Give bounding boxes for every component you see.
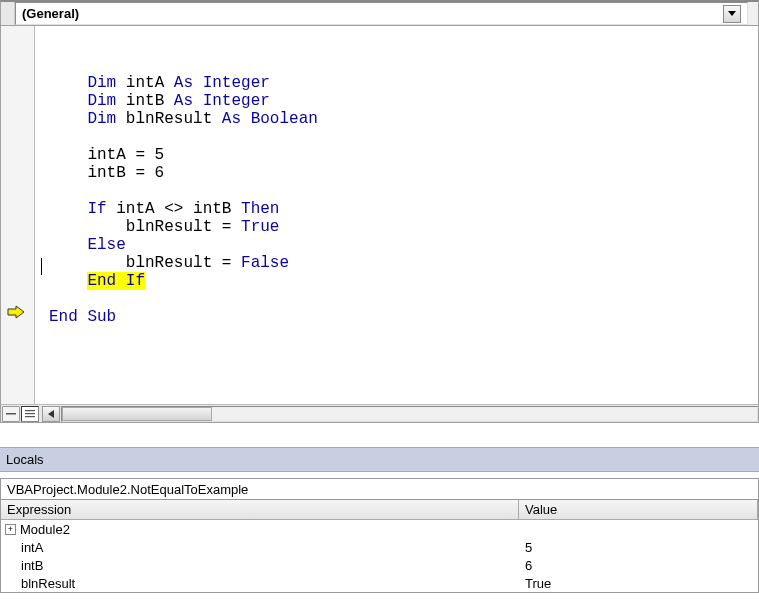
expr-name: Module2 (20, 522, 70, 537)
locals-row[interactable]: intA 5 (1, 538, 758, 556)
svg-rect-3 (25, 416, 35, 417)
locals-row[interactable]: blnResult True (1, 574, 758, 592)
locals-title: Locals (0, 448, 759, 472)
locals-table: Expression Value + Module2 intA 5 intB 6… (0, 500, 759, 593)
chevron-left-icon (48, 410, 54, 418)
column-header-value[interactable]: Value (519, 500, 758, 520)
horizontal-scrollbar[interactable] (61, 406, 758, 422)
expr-name: intA (21, 540, 43, 555)
code-editor[interactable]: Dim intA As Integer Dim intB As Integer … (1, 26, 758, 404)
object-dropdown-bar: (General) (1, 2, 758, 26)
object-dropdown-label: (General) (22, 6, 79, 21)
locals-panel: Locals VBAProject.Module2.NotEqualToExam… (0, 447, 759, 593)
expr-value: 6 (519, 558, 758, 573)
expr-value: 5 (519, 540, 758, 555)
procedure-view-button[interactable] (2, 406, 20, 422)
locals-context: VBAProject.Module2.NotEqualToExample (0, 478, 759, 500)
scrollbar-thumb[interactable] (62, 407, 212, 421)
expr-value: True (519, 576, 758, 591)
current-line-arrow-icon (7, 305, 25, 322)
view-controls (1, 404, 758, 422)
svg-rect-2 (25, 413, 35, 414)
expand-toggle[interactable]: + (5, 524, 16, 535)
column-header-expression[interactable]: Expression (1, 500, 519, 520)
chevron-down-icon (728, 11, 736, 16)
object-dropdown[interactable]: (General) (15, 2, 748, 25)
expr-name: blnResult (21, 576, 75, 591)
code-text[interactable]: Dim intA As Integer Dim intB As Integer … (35, 26, 758, 404)
procedure-view-icon (6, 410, 16, 418)
full-module-view-button[interactable] (21, 406, 39, 422)
svg-rect-1 (25, 410, 35, 411)
locals-row[interactable]: + Module2 (1, 520, 758, 538)
svg-rect-0 (6, 413, 16, 415)
divider (1, 2, 15, 25)
scroll-left-button[interactable] (42, 406, 60, 422)
breakpoint-gutter[interactable] (1, 26, 35, 404)
locals-row[interactable]: intB 6 (1, 556, 758, 574)
expr-name: intB (21, 558, 43, 573)
full-module-view-icon (25, 409, 35, 419)
dropdown-toggle-button[interactable] (723, 5, 741, 23)
divider (748, 2, 758, 25)
